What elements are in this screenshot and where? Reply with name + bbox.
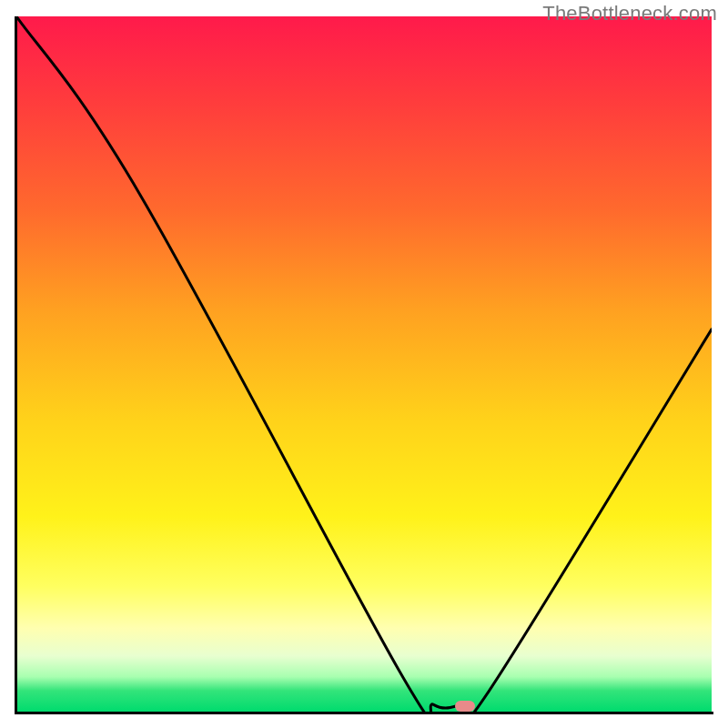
x-axis <box>15 712 713 714</box>
bottleneck-chart: TheBottleneck.com <box>0 0 728 728</box>
watermark-text: TheBottleneck.com <box>542 2 717 25</box>
plot-background-gradient <box>16 16 712 712</box>
y-axis <box>15 16 17 713</box>
optimal-point-marker <box>455 701 475 712</box>
